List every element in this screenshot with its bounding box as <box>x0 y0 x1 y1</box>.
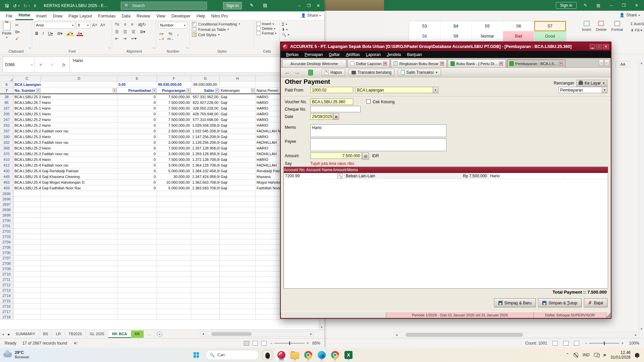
cell[interactable] <box>191 298 220 304</box>
style-button[interactable]: Format as Table▾ <box>192 27 252 32</box>
cell-style-chip[interactable]: S7 <box>534 21 566 31</box>
account-name-cell[interactable]: Beban Lain-Lain <box>344 173 420 179</box>
filter-dropdown-icon[interactable]: ▾ <box>36 88 40 93</box>
excel2-vertical-scrollbar[interactable]: ▲▼ <box>639 61 644 331</box>
row-number[interactable]: 2707 <box>0 255 13 261</box>
dialog-launcher-icon[interactable]: ⌙ <box>108 46 111 49</box>
cell[interactable]: 1.147.256.208,00 <box>191 134 220 140</box>
sign-in-button[interactable]: Sign in <box>223 2 242 9</box>
cell[interactable]: 7.500.000,00 <box>157 100 191 106</box>
transaksi-berulang-button[interactable]: Transaksi berulang <box>348 69 395 76</box>
cell[interactable] <box>117 309 157 314</box>
cell[interactable] <box>220 304 256 309</box>
cell[interactable] <box>220 261 256 266</box>
cell[interactable] <box>13 314 41 320</box>
cell[interactable] <box>13 261 41 266</box>
filter-header[interactable]: Penambahan▾ <box>117 88 157 94</box>
cell[interactable] <box>41 309 117 314</box>
cell[interactable] <box>117 196 157 202</box>
cell[interactable]: 7.500.000,00 <box>157 111 191 117</box>
cell[interactable] <box>191 223 220 229</box>
find-select-button[interactable]: 🔍▾ <box>282 33 321 37</box>
row-number[interactable]: 2705 <box>0 245 13 250</box>
row-number[interactable]: 2712 <box>0 282 13 288</box>
cell[interactable]: Hario <box>41 111 117 117</box>
row-number[interactable]: 430 <box>0 168 13 174</box>
select-all-corner[interactable] <box>0 76 13 82</box>
ribbon-tab[interactable]: Data <box>119 12 133 20</box>
cell[interactable]: BCA.LSBU.25.78 <box>13 100 41 106</box>
cell[interactable]: Gaji <box>220 111 256 117</box>
cell[interactable]: Hario <box>41 117 117 123</box>
cell[interactable] <box>117 288 157 293</box>
cell[interactable]: 7.500.000,00 <box>157 145 191 151</box>
cell[interactable] <box>117 234 157 239</box>
menu-item[interactable]: Bantuan <box>404 52 425 57</box>
page-layout-icon[interactable] <box>563 341 569 346</box>
scroll-right-icon[interactable]: ► <box>633 332 639 338</box>
cell[interactable]: 3.000.000,00 <box>157 163 191 168</box>
row-number[interactable]: 330 <box>0 134 13 140</box>
cell[interactable] <box>41 266 117 272</box>
cell[interactable] <box>191 234 220 239</box>
cek-kosong-checkbox[interactable] <box>366 99 371 104</box>
cell[interactable]: Fadilah noor rac <box>41 128 117 134</box>
cell[interactable] <box>117 207 157 213</box>
cell[interactable] <box>191 191 220 196</box>
cell[interactable] <box>117 255 157 261</box>
cell[interactable]: 0 <box>117 134 157 140</box>
cell[interactable]: 0 <box>117 185 157 191</box>
cell[interactable]: Gaji <box>220 180 256 185</box>
row-number[interactable]: 247 <box>0 117 13 123</box>
style-button[interactable]: Conditional Formatting▾ <box>192 22 252 26</box>
menu-item[interactable]: Laporan <box>363 52 383 57</box>
close-tab-icon[interactable]: ✕ <box>559 62 563 66</box>
row-number[interactable]: 2718 <box>0 314 13 320</box>
scroll-left-icon[interactable]: ◄ <box>394 332 399 338</box>
cell[interactable]: 1.364.128.708,00 <box>191 163 220 168</box>
cell[interactable] <box>41 196 117 202</box>
cell[interactable] <box>41 314 117 320</box>
merge-center-icon[interactable]: ⊞▾ <box>139 29 146 35</box>
font-size-select[interactable]: 8▾ <box>76 22 90 28</box>
cell[interactable] <box>157 304 191 309</box>
row-number[interactable]: 2711 <box>0 277 13 282</box>
row-number[interactable]: 297 <box>0 128 13 134</box>
cell-style-chip[interactable]: S5 <box>472 21 503 31</box>
ke-layar-button[interactable]: Ke Layar▼ <box>576 80 607 86</box>
cell[interactable] <box>157 309 191 314</box>
row-number[interactable]: 2699 <box>0 213 13 218</box>
cell[interactable] <box>191 277 220 282</box>
filter-dropdown-icon[interactable]: ▾ <box>113 88 117 93</box>
row-number[interactable]: 205 <box>0 111 13 117</box>
cell[interactable] <box>13 304 41 309</box>
cell[interactable] <box>41 272 117 277</box>
document-tab[interactable]: Accurate Desktop Welcome ✕ <box>282 59 346 67</box>
cell[interactable]: 99.030.000,00 <box>157 82 191 88</box>
cell[interactable] <box>157 213 191 218</box>
paid-from-code-field[interactable]: 1000.02 <box>310 87 353 93</box>
cell[interactable]: Hario <box>41 123 117 128</box>
add-sheet-icon[interactable]: + <box>157 331 162 337</box>
taskbar-app-button[interactable] <box>303 349 314 361</box>
hapus-button[interactable]: Hapus <box>322 69 345 76</box>
cell[interactable]: Gaji <box>220 123 256 128</box>
memo-field[interactable]: Hario <box>310 124 446 137</box>
cell[interactable]: BCA.LSBU.25.362 <box>13 151 41 157</box>
cell[interactable]: 1.039.558.208,00 <box>191 123 220 128</box>
resize-grip[interactable] <box>606 312 611 318</box>
cell[interactable]: Gaji <box>220 94 256 100</box>
date-field[interactable]: 25/09/2025 <box>310 113 333 120</box>
cell[interactable] <box>220 293 256 298</box>
amount-cell[interactable]: Rp 7.500.000 <box>420 173 489 179</box>
cell[interactable] <box>157 239 191 245</box>
cell[interactable]: Gaji <box>220 128 256 134</box>
cell[interactable] <box>220 245 256 250</box>
maximize-button[interactable]: □ <box>596 44 602 49</box>
cell[interactable] <box>157 298 191 304</box>
dialog-launcher-icon[interactable]: ⌙ <box>153 46 155 49</box>
cell[interactable] <box>41 304 117 309</box>
cell[interactable] <box>220 250 256 255</box>
ribbon-options-icon[interactable]: ▤ <box>263 3 267 8</box>
cell-style-chip[interactable]: S6 <box>503 21 535 31</box>
